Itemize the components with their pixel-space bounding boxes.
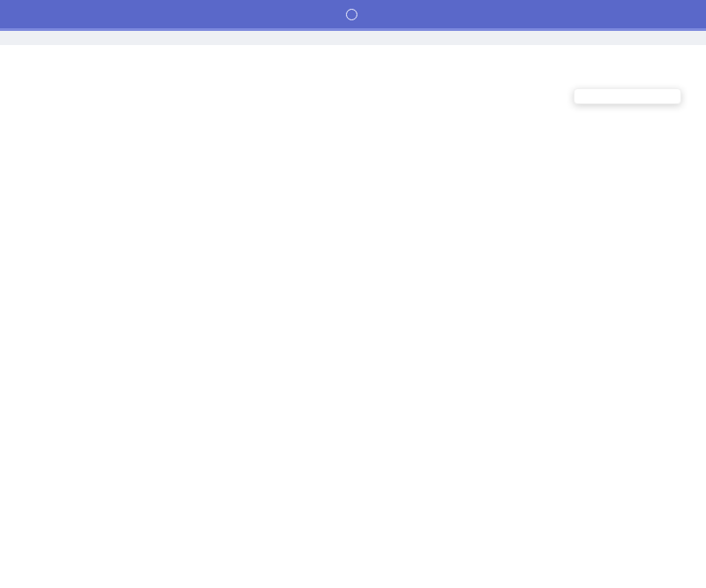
notice-bar: [0, 9, 706, 21]
ranking-chart-wrap: [4, 62, 706, 256]
info-icon: [346, 9, 357, 20]
page-header: [0, 0, 706, 31]
stat-cards: [0, 31, 706, 45]
update-date: [11, 268, 706, 282]
chart-tooltip: [574, 88, 681, 104]
